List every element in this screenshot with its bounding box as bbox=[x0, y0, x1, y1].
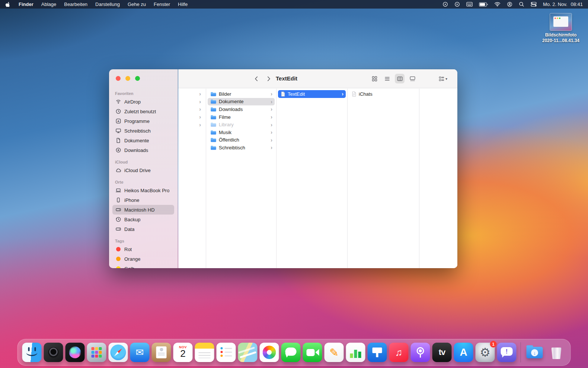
dock-numbers[interactable] bbox=[346, 343, 365, 362]
menubar-clock[interactable]: Mo. 2. Nov. 08:41 bbox=[543, 1, 583, 7]
menu-bearbeiten[interactable]: Bearbeiten bbox=[64, 1, 87, 7]
dock-mail[interactable]: ✉ bbox=[130, 343, 150, 362]
menu-fenster[interactable]: Fenster bbox=[154, 1, 170, 7]
column-item-bilder[interactable]: Bilder › bbox=[208, 90, 275, 98]
cloud-icon bbox=[115, 167, 121, 173]
apple-menu-icon[interactable] bbox=[5, 1, 11, 7]
menu-gehe-zu[interactable]: Gehe zu bbox=[128, 1, 146, 7]
stub-row[interactable]: › bbox=[180, 121, 204, 129]
stub-row[interactable]: › bbox=[180, 90, 204, 98]
menubar-app-name[interactable]: Finder bbox=[19, 1, 33, 7]
folder-icon bbox=[210, 99, 217, 104]
column-item-downloads[interactable]: Downloads › bbox=[208, 105, 275, 113]
sidebar-item-downloads[interactable]: Downloads bbox=[112, 145, 174, 155]
column-item-filme[interactable]: Filme › bbox=[208, 113, 275, 121]
share-button[interactable] bbox=[455, 74, 457, 83]
view-gallery-button[interactable] bbox=[408, 74, 417, 83]
spotlight-search-icon[interactable] bbox=[519, 1, 524, 7]
sidebar-item-dokumente[interactable]: Dokumente bbox=[112, 136, 174, 145]
column-item-library[interactable]: Library › bbox=[208, 121, 275, 129]
user-account-icon[interactable] bbox=[507, 1, 512, 7]
dock-launchpad[interactable] bbox=[87, 343, 106, 362]
dock-music[interactable]: ♫ bbox=[389, 343, 409, 362]
compass-icon bbox=[111, 345, 126, 360]
dock-calendar[interactable]: NOV2 bbox=[173, 343, 193, 362]
stub-row[interactable]: › bbox=[180, 105, 204, 113]
folder-icon bbox=[210, 145, 217, 150]
sidebar-item-programme[interactable]: Programme bbox=[112, 116, 174, 126]
minimize-button[interactable] bbox=[125, 76, 130, 81]
dock-finder[interactable] bbox=[22, 343, 42, 362]
dock-downloads-folder[interactable]: ↓ bbox=[525, 343, 544, 362]
forward-button[interactable] bbox=[263, 74, 273, 83]
dock-photos[interactable] bbox=[260, 343, 279, 362]
sidebar-item-data[interactable]: Data bbox=[112, 224, 174, 234]
back-button[interactable] bbox=[252, 74, 261, 83]
screenshot-label: Bildschirmfoto 2020-11...08.41.34 bbox=[539, 32, 583, 44]
close-button[interactable] bbox=[116, 76, 121, 81]
dock-feedback-assistant[interactable]: ! bbox=[497, 343, 517, 362]
sidebar-tag-orange[interactable]: Orange bbox=[112, 254, 174, 264]
group-by-button[interactable]: ▾ bbox=[436, 74, 450, 83]
now-playing-icon[interactable] bbox=[454, 1, 460, 7]
wifi-icon[interactable] bbox=[494, 2, 501, 7]
menu-darstellung[interactable]: Darstellung bbox=[95, 1, 120, 7]
applications-icon bbox=[115, 118, 121, 124]
sidebar-item-macintosh-hd[interactable]: Macintosh HD bbox=[112, 205, 174, 215]
menu-ablage[interactable]: Ablage bbox=[41, 1, 56, 7]
dock-notes[interactable] bbox=[195, 343, 214, 362]
dock-facetime[interactable] bbox=[303, 343, 322, 362]
dock-tv[interactable]: tv bbox=[432, 343, 452, 362]
column-item-musik[interactable]: Musik › bbox=[208, 129, 275, 136]
column-item-label: Downloads bbox=[219, 107, 243, 112]
sidebar-item-schreibtisch[interactable]: Schreibtisch bbox=[112, 126, 174, 136]
dock-reminders[interactable] bbox=[217, 343, 236, 362]
chevron-right-icon: › bbox=[271, 99, 272, 104]
dock-contacts[interactable] bbox=[152, 343, 171, 362]
desktop-screenshot-icon[interactable]: Bildschirmfoto 2020-11...08.41.34 bbox=[539, 13, 583, 44]
column-item-oeffentlich[interactable]: Öffentlich › bbox=[208, 136, 275, 144]
sidebar-item-macbook-pro[interactable]: Heikos MacBook Pro bbox=[112, 185, 174, 195]
dock-system-preferences[interactable]: ⚙1 bbox=[476, 343, 495, 362]
menu-hilfe[interactable]: Hilfe bbox=[178, 1, 188, 7]
screenshot-label-line2: 2020-11...08.41.34 bbox=[539, 38, 583, 44]
sidebar-item-label: Rot bbox=[124, 247, 132, 252]
dock-pages[interactable]: ✎ bbox=[325, 343, 344, 362]
sidebar-item-airdrop[interactable]: AirDrop bbox=[112, 97, 174, 107]
stub-row[interactable]: › bbox=[180, 98, 204, 106]
column-divider[interactable] bbox=[419, 89, 419, 268]
column-item-schreibtisch[interactable]: Schreibtisch › bbox=[208, 144, 275, 152]
map-road-icon bbox=[240, 351, 256, 358]
status-circle-icon[interactable] bbox=[442, 1, 448, 7]
column-item-dokumente[interactable]: Dokumente › bbox=[208, 98, 275, 106]
dock-keynote[interactable] bbox=[368, 343, 387, 362]
sidebar-item-backup[interactable]: Backup bbox=[112, 215, 174, 224]
keyboard-input-icon[interactable] bbox=[466, 2, 473, 7]
sidebar-tag-rot[interactable]: Rot bbox=[112, 244, 174, 254]
sidebar-item-iphone[interactable]: iPhone bbox=[112, 195, 174, 205]
dock-safari[interactable] bbox=[109, 343, 128, 362]
view-columns-button[interactable] bbox=[395, 74, 405, 83]
sidebar-item-zuletzt-benutzt[interactable]: Zuletzt benutzt bbox=[112, 107, 174, 116]
stub-row[interactable]: › bbox=[180, 113, 204, 121]
column-item-ichats[interactable]: iChats bbox=[349, 90, 418, 98]
zoom-button[interactable] bbox=[135, 76, 140, 81]
control-center-icon[interactable] bbox=[531, 2, 537, 7]
dock-siri[interactable] bbox=[65, 343, 85, 362]
column-item-textedit[interactable]: TextEdit › bbox=[278, 90, 346, 98]
dock-trash[interactable] bbox=[547, 343, 566, 362]
dock-podcasts[interactable] bbox=[411, 343, 430, 362]
view-list-button[interactable] bbox=[382, 74, 392, 83]
column-item-label: Öffentlich bbox=[219, 137, 239, 143]
dock-dark-app[interactable] bbox=[44, 343, 63, 362]
sidebar-item-icloud-drive[interactable]: iCloud Drive bbox=[112, 165, 174, 175]
dock-maps[interactable] bbox=[238, 343, 258, 362]
dock-messages[interactable] bbox=[281, 343, 301, 362]
screenshot-thumbnail[interactable] bbox=[550, 13, 572, 31]
dock-app-store[interactable]: A bbox=[454, 343, 473, 362]
column-item-label: Library bbox=[219, 122, 234, 127]
view-grid-button[interactable] bbox=[370, 74, 379, 83]
battery-icon[interactable] bbox=[479, 2, 488, 7]
menubar-date: Mo. 2. Nov. bbox=[543, 1, 568, 7]
sidebar-tag-gelb[interactable]: Gelb bbox=[112, 264, 174, 268]
